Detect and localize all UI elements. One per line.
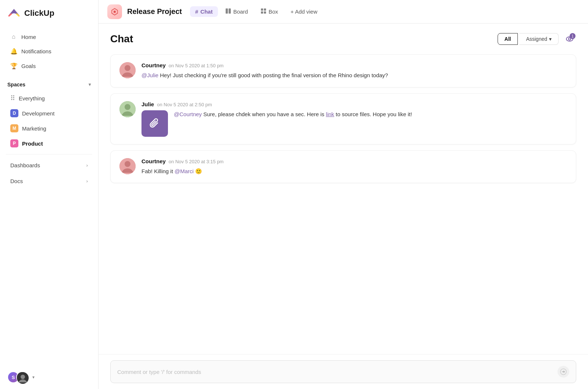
main-content: Release Project # Chat Board Box + Add v… <box>98 0 588 389</box>
message-body-3a: Fab! Killing it <box>141 168 175 174</box>
user-avatars[interactable]: S <box>7 371 28 383</box>
sidebar: ClickUp ⌂ Home 🔔 Notifications 🏆 Goals S… <box>0 0 98 389</box>
message-text-2: @Courtney Sure, please chdek when you ha… <box>174 110 412 119</box>
sidebar-item-dashboards[interactable]: Dashboards › <box>3 158 95 173</box>
source-files-link[interactable]: link <box>326 111 334 117</box>
message-text: @Julie Hey! Just checking if you're stil… <box>141 71 567 80</box>
tab-box[interactable]: Box <box>255 6 283 17</box>
tab-board[interactable]: Board <box>220 6 253 17</box>
assigned-label: Assigned <box>526 36 547 42</box>
attachment-block: @Courtney Sure, please chdek when you ha… <box>141 110 567 137</box>
svg-rect-3 <box>226 8 228 14</box>
sidebar-item-docs-label: Docs <box>10 178 23 184</box>
comment-input-wrap[interactable]: Comment or type '/' for commands <box>110 360 576 383</box>
svg-point-2 <box>114 11 116 13</box>
everything-icon: ⠿ <box>10 94 15 102</box>
product-badge: P <box>10 139 18 147</box>
project-icon-svg <box>110 7 119 16</box>
sidebar-item-goals-label: Goals <box>21 63 36 69</box>
message-author: Courtney <box>141 158 166 164</box>
messages-list: Courtney on Nov 5 2020 at 1:50 pm @Julie… <box>110 54 576 183</box>
project-icon <box>107 4 122 19</box>
tab-chat[interactable]: # Chat <box>190 6 218 17</box>
project-title: Release Project <box>127 7 182 16</box>
filter-all-button[interactable]: All <box>498 33 518 45</box>
docs-chevron-icon: › <box>86 178 88 184</box>
svg-rect-7 <box>261 11 263 14</box>
dashboards-chevron-icon: › <box>86 163 88 168</box>
add-view-label: + Add view <box>291 8 318 15</box>
sidebar-item-dashboards-label: Dashboards <box>10 162 40 168</box>
spaces-header[interactable]: Spaces ▾ <box>0 76 98 90</box>
sidebar-item-home[interactable]: ⌂ Home <box>3 30 95 44</box>
message-body-1: Hey! Just checking if you're still good … <box>160 72 388 78</box>
sidebar-item-home-label: Home <box>21 34 36 40</box>
message-body-2b: to source files. Hope you like it! <box>336 111 412 117</box>
sidebar-item-everything-label: Everything <box>19 95 45 101</box>
mention-courtney: @Courtney <box>174 111 202 117</box>
spaces-label: Spaces <box>7 82 25 88</box>
svg-point-16 <box>125 161 130 167</box>
sidebar-item-everything[interactable]: ⠿ Everything <box>3 91 95 106</box>
message-card: Courtney on Nov 5 2020 at 3:15 pm Fab! K… <box>110 150 576 183</box>
spaces-list: ⠿ Everything D Development M Marketing P… <box>0 90 98 151</box>
assigned-chevron-icon: ▾ <box>549 36 552 42</box>
filter-assigned-button[interactable]: Assigned ▾ <box>519 33 559 45</box>
logo-text: ClickUp <box>24 8 54 18</box>
chat-title: Chat <box>110 33 133 45</box>
chat-filters: All Assigned ▾ <box>498 33 559 45</box>
paperclip-icon <box>149 118 161 129</box>
message-time: on Nov 5 2020 at 1:50 pm <box>169 63 224 68</box>
comment-placeholder: Comment or type '/' for commands <box>117 369 201 375</box>
add-view-button[interactable]: + Add view <box>286 6 323 17</box>
marketing-badge: M <box>10 124 18 132</box>
sidebar-item-notifications[interactable]: 🔔 Notifications <box>3 44 95 58</box>
sidebar-item-marketing[interactable]: M Marketing <box>3 121 95 136</box>
attachment-icon[interactable] <box>141 110 168 137</box>
chat-tab-icon: # <box>195 8 198 15</box>
svg-rect-6 <box>264 8 266 11</box>
sidebar-item-product[interactable]: P Product <box>3 136 95 151</box>
sidebar-item-marketing-label: Marketing <box>22 125 46 132</box>
mention-julie: @Julie <box>141 72 158 78</box>
message-body-2a: Sure, please chdek when you have a sec. … <box>203 111 326 117</box>
message-content: Courtney on Nov 5 2020 at 3:15 pm Fab! K… <box>141 158 567 176</box>
message-time: on Nov 5 2020 at 3:15 pm <box>169 159 224 164</box>
svg-rect-5 <box>261 8 263 11</box>
message-meta: Julie on Nov 5 2020 at 2:50 pm <box>141 101 567 107</box>
sidebar-item-development[interactable]: D Development <box>3 106 95 121</box>
watch-count-badge: 1 <box>570 33 576 39</box>
avatar-julie <box>119 101 136 117</box>
message-author: Courtney <box>141 62 166 68</box>
board-tab-icon <box>225 8 231 15</box>
message-body-3b: 🙂 <box>195 168 202 174</box>
svg-point-14 <box>125 104 130 110</box>
message-content: Courtney on Nov 5 2020 at 1:50 pm @Julie… <box>141 62 567 80</box>
svg-rect-8 <box>264 11 266 14</box>
sidebar-item-docs[interactable]: Docs › <box>3 174 95 189</box>
message-meta: Courtney on Nov 5 2020 at 3:15 pm <box>141 158 567 164</box>
message-card: Courtney on Nov 5 2020 at 1:50 pm @Julie… <box>110 54 576 88</box>
avatar-dark <box>16 371 28 383</box>
send-icon <box>560 368 567 375</box>
watch-button[interactable]: 1 <box>563 32 576 46</box>
avatar-courtney-2 <box>119 158 136 174</box>
sidebar-bottom: S ▾ <box>0 365 98 389</box>
logo-area[interactable]: ClickUp <box>0 0 98 26</box>
sidebar-item-development-label: Development <box>22 110 54 117</box>
bell-icon: 🔔 <box>10 48 17 55</box>
send-message-button[interactable] <box>557 366 569 378</box>
message-author: Julie <box>141 101 154 107</box>
avatar-courtney <box>119 62 136 78</box>
message-meta: Courtney on Nov 5 2020 at 1:50 pm <box>141 62 567 68</box>
box-tab-label: Box <box>269 8 278 15</box>
topbar: Release Project # Chat Board Box + Add v… <box>98 0 588 24</box>
svg-point-12 <box>125 65 130 71</box>
sidebar-item-goals[interactable]: 🏆 Goals <box>3 59 95 73</box>
message-time: on Nov 5 2020 at 2:50 pm <box>157 102 212 107</box>
chat-area: Chat All Assigned ▾ 1 <box>98 24 588 354</box>
box-tab-icon <box>261 8 266 15</box>
bottom-chevron-icon: ▾ <box>32 375 35 380</box>
clickup-logo-icon <box>7 7 21 20</box>
message-card: Julie on Nov 5 2020 at 2:50 pm @Courtney… <box>110 93 576 144</box>
